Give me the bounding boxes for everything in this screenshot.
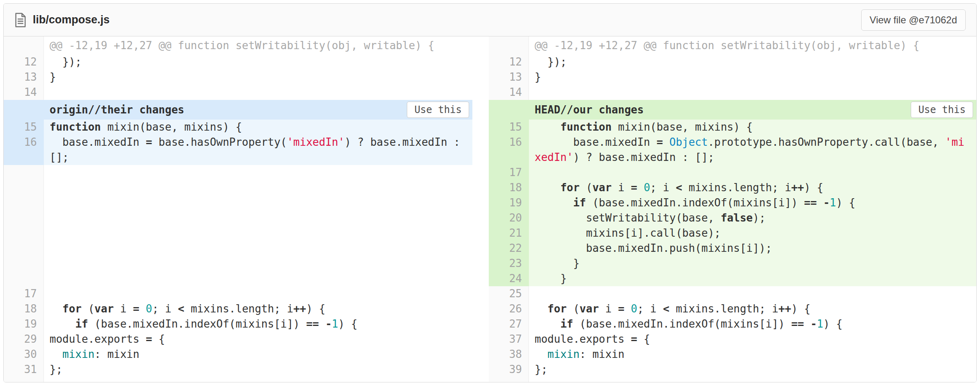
code-line: module.exports = { [529, 332, 976, 347]
code-line: } [44, 70, 472, 85]
line-number: 37 [489, 332, 529, 347]
pane-divider [472, 36, 489, 382]
line-number: 26 [489, 301, 529, 317]
diff-row: 13} [4, 70, 472, 85]
diff-row: 16 base.mixedIn = base.hasOwnProperty('m… [4, 135, 472, 165]
code-line: mixin: mixin [44, 347, 472, 362]
diff-row: 18 for (var i = 0; i < mixins.length; i+… [489, 180, 976, 195]
file-text-icon [14, 13, 27, 27]
diff-row: 39}; [489, 362, 976, 377]
left-use-this-button[interactable]: Use this [407, 102, 469, 118]
file-diff-card: lib/compose.js View file @e71062d @@ -12… [3, 3, 977, 382]
code-line: function mixin(base, mixins) { [529, 120, 976, 135]
code-gutter [529, 377, 976, 382]
code-line [529, 85, 976, 100]
diff-row: 38 mixin: mixin [489, 347, 976, 362]
conflict-label: HEAD//our changes [489, 104, 644, 116]
code-gutter [44, 377, 472, 382]
line-number: 19 [489, 195, 529, 210]
line-number: 23 [489, 256, 529, 271]
code-line: }); [529, 54, 976, 70]
code-line: } [529, 271, 976, 286]
diff-row: 24 } [489, 271, 976, 286]
line-number: 20 [489, 210, 529, 226]
diff-row: 27 if (base.mixedIn.indexOf(mixins[i]) =… [489, 317, 976, 332]
diff-row: 19 if (base.mixedIn.indexOf(mixins[i]) =… [489, 195, 976, 210]
line-number: 24 [489, 271, 529, 286]
line-number: 21 [489, 226, 529, 241]
code-line: function mixin(base, mixins) { [44, 120, 472, 135]
diff-left-pane: @@ -12,19 +12,27 @@ function setWritabil… [4, 36, 472, 382]
diff-row: @@ -12,19 +12,27 @@ function setWritabil… [4, 36, 472, 54]
diff-spacer-row [4, 165, 472, 286]
file-path: lib/compose.js [33, 14, 110, 26]
line-number: 31 [4, 362, 44, 377]
diff-row: 23 } [489, 256, 976, 271]
parallel-conflict-diff: @@ -12,19 +12,27 @@ function setWritabil… [4, 36, 976, 382]
diff-row: 17 [489, 165, 976, 180]
diff-row: 15 function mixin(base, mixins) { [489, 120, 976, 135]
code-line: setWritability(base, false); [529, 210, 976, 226]
code-line: } [529, 70, 976, 85]
diff-row: 30 mixin: mixin [4, 347, 472, 362]
line-number: 39 [489, 362, 529, 377]
conflict-header-origin: origin//their changesUse this [4, 100, 472, 120]
diff-row: 19 if (base.mixedIn.indexOf(mixins[i]) =… [4, 317, 472, 332]
hunk-header-line: @@ -12,19 +12,27 @@ function setWritabil… [529, 36, 976, 54]
diff-row: 12 }); [4, 54, 472, 70]
conflict-label: origin//their changes [4, 104, 184, 116]
line-number: 13 [489, 70, 529, 85]
line-number: 15 [489, 120, 529, 135]
conflict-header-head: HEAD//our changesUse this [489, 100, 976, 120]
line-number: 25 [489, 286, 529, 301]
line-number: 19 [4, 317, 44, 332]
code-line: module.exports = { [44, 332, 472, 347]
code-line: base.mixedIn = base.hasOwnProperty('mixe… [44, 135, 472, 165]
line-number-gutter [4, 377, 44, 382]
diff-right-pane: @@ -12,19 +12,27 @@ function setWritabil… [489, 36, 976, 382]
code-line: base.mixedIn = Object.prototype.hasOwnPr… [529, 135, 976, 165]
line-number: 18 [4, 301, 44, 317]
diff-row: 17 [4, 286, 472, 301]
code-line: base.mixedIn.push(mixins[i]); [529, 241, 976, 256]
line-number: 38 [489, 347, 529, 362]
line-number: 17 [4, 286, 44, 301]
diff-row: 31}; [4, 362, 472, 377]
line-number: 12 [4, 54, 44, 70]
diff-row: 26 for (var i = 0; i < mixins.length; i+… [489, 301, 976, 317]
code-line: }; [529, 362, 976, 377]
file-header: lib/compose.js View file @e71062d [4, 4, 976, 36]
diff-row: 25 [489, 286, 976, 301]
line-number: 17 [489, 165, 529, 180]
line-number [4, 165, 44, 286]
line-number [489, 36, 529, 54]
diff-row: 12 }); [489, 54, 976, 70]
code-line: mixins[i].call(base); [529, 226, 976, 241]
diff-row: 13} [489, 70, 976, 85]
line-number: 30 [4, 347, 44, 362]
view-file-button[interactable]: View file @e71062d [861, 9, 966, 31]
code-line: for (var i = 0; i < mixins.length; i++) … [44, 301, 472, 317]
right-use-this-button[interactable]: Use this [911, 102, 973, 118]
line-number: 15 [4, 120, 44, 135]
code-line: for (var i = 0; i < mixins.length; i++) … [529, 180, 976, 195]
diff-row: 20 setWritability(base, false); [489, 210, 976, 226]
code-line: }; [44, 362, 472, 377]
code-line: if (base.mixedIn.indexOf(mixins[i]) == -… [529, 317, 976, 332]
diff-row: @@ -12,19 +12,27 @@ function setWritabil… [489, 36, 976, 54]
diff-row: 16 base.mixedIn = Object.prototype.hasOw… [489, 135, 976, 165]
line-number: 29 [4, 332, 44, 347]
diff-row: 15function mixin(base, mixins) { [4, 120, 472, 135]
line-number: 22 [489, 241, 529, 256]
code-line [44, 286, 472, 301]
code-line [529, 286, 976, 301]
diff-row: 37module.exports = { [489, 332, 976, 347]
code-line: mixin: mixin [529, 347, 976, 362]
diff-row: 14 [489, 85, 976, 100]
code-line: if (base.mixedIn.indexOf(mixins[i]) == -… [44, 317, 472, 332]
line-number: 12 [489, 54, 529, 70]
code-line: if (base.mixedIn.indexOf(mixins[i]) == -… [529, 195, 976, 210]
line-number: 14 [4, 85, 44, 100]
line-number: 14 [489, 85, 529, 100]
code-line: }); [44, 54, 472, 70]
